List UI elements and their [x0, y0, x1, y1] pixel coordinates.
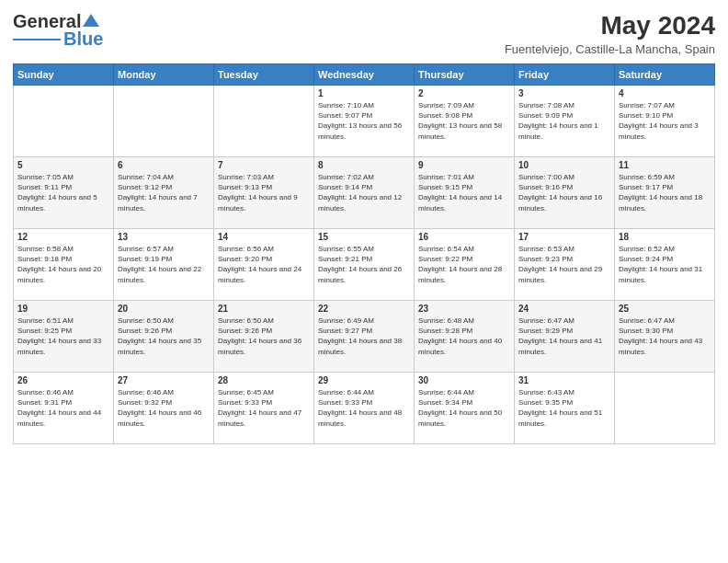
header-day: Saturday — [615, 64, 715, 86]
week-row: 5Sunrise: 7:05 AM Sunset: 9:11 PM Daylig… — [14, 157, 715, 229]
day-number: 14 — [218, 232, 310, 242]
svg-marker-0 — [83, 14, 99, 27]
week-row: 19Sunrise: 6:51 AM Sunset: 9:25 PM Dayli… — [14, 301, 715, 373]
day-cell: 20Sunrise: 6:50 AM Sunset: 9:26 PM Dayli… — [114, 301, 214, 373]
day-cell: 7Sunrise: 7:03 AM Sunset: 9:13 PM Daylig… — [214, 157, 314, 229]
day-cell: 2Sunrise: 7:09 AM Sunset: 9:08 PM Daylig… — [415, 86, 515, 157]
day-info: Sunrise: 6:49 AM Sunset: 9:27 PM Dayligh… — [318, 316, 410, 357]
day-number: 20 — [118, 304, 210, 314]
day-number: 19 — [17, 304, 109, 314]
day-info: Sunrise: 6:46 AM Sunset: 9:32 PM Dayligh… — [118, 387, 210, 429]
day-cell: 21Sunrise: 6:50 AM Sunset: 9:26 PM Dayli… — [214, 301, 314, 373]
day-number: 26 — [17, 375, 109, 385]
day-cell: 5Sunrise: 7:05 AM Sunset: 9:11 PM Daylig… — [14, 157, 114, 229]
day-cell: 22Sunrise: 6:49 AM Sunset: 9:27 PM Dayli… — [314, 301, 415, 373]
day-number: 2 — [418, 88, 510, 98]
day-info: Sunrise: 6:47 AM Sunset: 9:30 PM Dayligh… — [619, 316, 711, 357]
day-cell: 1Sunrise: 7:10 AM Sunset: 9:07 PM Daylig… — [314, 86, 415, 157]
page: General Blue May 2024 Fuentelviejo, Cast… — [0, 0, 728, 563]
day-number: 25 — [619, 304, 711, 314]
day-info: Sunrise: 6:50 AM Sunset: 9:26 PM Dayligh… — [118, 316, 210, 357]
day-number: 5 — [17, 160, 109, 170]
day-number: 3 — [518, 88, 610, 98]
day-cell — [114, 86, 214, 157]
day-info: Sunrise: 6:47 AM Sunset: 9:29 PM Dayligh… — [518, 316, 610, 357]
day-number: 15 — [318, 232, 410, 242]
day-info: Sunrise: 6:55 AM Sunset: 9:21 PM Dayligh… — [318, 244, 410, 285]
day-number: 18 — [619, 232, 711, 242]
day-info: Sunrise: 6:59 AM Sunset: 9:17 PM Dayligh… — [619, 172, 711, 213]
day-number: 9 — [418, 160, 510, 170]
day-number: 31 — [518, 375, 610, 385]
header: General Blue May 2024 Fuentelviejo, Cast… — [13, 11, 715, 56]
day-info: Sunrise: 6:43 AM Sunset: 9:35 PM Dayligh… — [518, 387, 610, 429]
day-number: 4 — [619, 88, 711, 98]
day-info: Sunrise: 7:10 AM Sunset: 9:07 PM Dayligh… — [318, 100, 410, 142]
day-cell: 6Sunrise: 7:04 AM Sunset: 9:12 PM Daylig… — [114, 157, 214, 229]
header-day: Thursday — [415, 64, 515, 86]
logo-blue: Blue — [63, 29, 103, 50]
day-cell: 24Sunrise: 6:47 AM Sunset: 9:29 PM Dayli… — [515, 301, 615, 373]
header-day: Sunday — [14, 64, 114, 86]
day-cell: 18Sunrise: 6:52 AM Sunset: 9:24 PM Dayli… — [615, 229, 715, 301]
title-block: May 2024 Fuentelviejo, Castille-La Manch… — [505, 11, 715, 56]
day-number: 1 — [318, 88, 410, 98]
day-number: 11 — [619, 160, 711, 170]
day-info: Sunrise: 6:52 AM Sunset: 9:24 PM Dayligh… — [619, 244, 711, 285]
day-info: Sunrise: 6:46 AM Sunset: 9:31 PM Dayligh… — [17, 387, 109, 429]
day-cell: 25Sunrise: 6:47 AM Sunset: 9:30 PM Dayli… — [615, 301, 715, 373]
day-info: Sunrise: 7:02 AM Sunset: 9:14 PM Dayligh… — [318, 172, 410, 213]
day-cell: 13Sunrise: 6:57 AM Sunset: 9:19 PM Dayli… — [114, 229, 214, 301]
day-cell: 14Sunrise: 6:56 AM Sunset: 9:20 PM Dayli… — [214, 229, 314, 301]
day-cell: 9Sunrise: 7:01 AM Sunset: 9:15 PM Daylig… — [415, 157, 515, 229]
day-info: Sunrise: 6:57 AM Sunset: 9:19 PM Dayligh… — [118, 244, 210, 285]
day-info: Sunrise: 7:07 AM Sunset: 9:10 PM Dayligh… — [619, 100, 711, 142]
day-info: Sunrise: 6:48 AM Sunset: 9:28 PM Dayligh… — [418, 316, 510, 357]
header-row: SundayMondayTuesdayWednesdayThursdayFrid… — [14, 64, 715, 86]
day-cell: 3Sunrise: 7:08 AM Sunset: 9:09 PM Daylig… — [515, 86, 615, 157]
day-number: 21 — [218, 304, 310, 314]
week-row: 26Sunrise: 6:46 AM Sunset: 9:31 PM Dayli… — [14, 373, 715, 444]
header-day: Tuesday — [214, 64, 314, 86]
day-number: 28 — [218, 375, 310, 385]
logo: General Blue — [13, 11, 103, 50]
day-cell: 29Sunrise: 6:44 AM Sunset: 9:33 PM Dayli… — [314, 373, 415, 444]
header-day: Friday — [515, 64, 615, 86]
day-number: 12 — [17, 232, 109, 242]
day-cell: 15Sunrise: 6:55 AM Sunset: 9:21 PM Dayli… — [314, 229, 415, 301]
day-cell — [615, 373, 715, 444]
day-cell: 10Sunrise: 7:00 AM Sunset: 9:16 PM Dayli… — [515, 157, 615, 229]
day-number: 29 — [318, 375, 410, 385]
day-number: 23 — [418, 304, 510, 314]
day-cell: 23Sunrise: 6:48 AM Sunset: 9:28 PM Dayli… — [415, 301, 515, 373]
day-info: Sunrise: 6:58 AM Sunset: 9:18 PM Dayligh… — [17, 244, 109, 285]
day-number: 8 — [318, 160, 410, 170]
day-number: 30 — [418, 375, 510, 385]
day-cell: 4Sunrise: 7:07 AM Sunset: 9:10 PM Daylig… — [615, 86, 715, 157]
day-info: Sunrise: 6:45 AM Sunset: 9:33 PM Dayligh… — [218, 387, 310, 429]
day-info: Sunrise: 7:04 AM Sunset: 9:12 PM Dayligh… — [118, 172, 210, 213]
week-row: 1Sunrise: 7:10 AM Sunset: 9:07 PM Daylig… — [14, 86, 715, 157]
day-info: Sunrise: 7:03 AM Sunset: 9:13 PM Dayligh… — [218, 172, 310, 213]
header-day: Monday — [114, 64, 214, 86]
day-cell: 26Sunrise: 6:46 AM Sunset: 9:31 PM Dayli… — [14, 373, 114, 444]
day-number: 17 — [518, 232, 610, 242]
day-cell — [14, 86, 114, 157]
subtitle: Fuentelviejo, Castille-La Mancha, Spain — [505, 42, 715, 56]
day-info: Sunrise: 6:50 AM Sunset: 9:26 PM Dayligh… — [218, 316, 310, 357]
main-title: May 2024 — [505, 11, 715, 40]
day-info: Sunrise: 7:05 AM Sunset: 9:11 PM Dayligh… — [17, 172, 109, 213]
day-number: 7 — [218, 160, 310, 170]
day-number: 24 — [518, 304, 610, 314]
day-cell: 8Sunrise: 7:02 AM Sunset: 9:14 PM Daylig… — [314, 157, 415, 229]
logo-line — [13, 39, 61, 40]
header-day: Wednesday — [314, 64, 415, 86]
day-number: 13 — [118, 232, 210, 242]
day-number: 6 — [118, 160, 210, 170]
day-number: 27 — [118, 375, 210, 385]
day-cell: 28Sunrise: 6:45 AM Sunset: 9:33 PM Dayli… — [214, 373, 314, 444]
day-cell: 30Sunrise: 6:44 AM Sunset: 9:34 PM Dayli… — [415, 373, 515, 444]
calendar-table: SundayMondayTuesdayWednesdayThursdayFrid… — [13, 63, 715, 444]
day-info: Sunrise: 7:09 AM Sunset: 9:08 PM Dayligh… — [418, 100, 510, 142]
day-info: Sunrise: 6:44 AM Sunset: 9:34 PM Dayligh… — [418, 387, 510, 429]
